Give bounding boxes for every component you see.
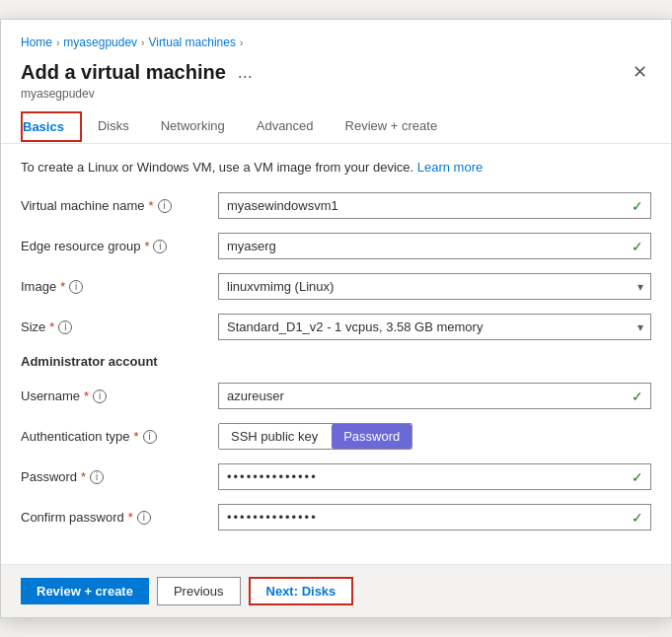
auth-type-info-icon[interactable]: i (143, 430, 157, 444)
required-indicator: * (60, 279, 65, 294)
more-options-button[interactable]: ... (234, 62, 257, 83)
auth-toggle: SSH public key Password (218, 423, 412, 450)
resource-group-row: Edge resource group * i ✓ (21, 233, 651, 259)
username-label: Username * i (21, 389, 218, 403)
required-indicator: * (144, 239, 149, 253)
breadcrumb-chevron-3: › (240, 37, 243, 48)
breadcrumb-chevron-2: › (141, 37, 144, 48)
tabs-container: Basics Disks Networking Advanced Review … (21, 110, 651, 143)
size-select-wrapper: Standard_D1_v2 - 1 vcpus, 3.58 GB memory… (218, 314, 651, 340)
required-indicator: * (81, 469, 86, 484)
size-row: Size * i Standard_D1_v2 - 1 vcpus, 3.58 … (21, 314, 651, 340)
vm-name-control: ✓ (218, 192, 651, 219)
vm-name-input[interactable] (218, 192, 651, 219)
resource-group-check-icon: ✓ (632, 239, 643, 254)
image-label: Image * i (21, 279, 218, 294)
username-control: ✓ (218, 383, 651, 409)
resource-group-label: Edge resource group * i (21, 239, 218, 253)
required-indicator: * (149, 198, 154, 213)
breadcrumb-chevron-1: › (56, 37, 59, 48)
confirm-password-control: ✓ (218, 504, 651, 531)
image-info-icon[interactable]: i (69, 280, 83, 294)
tab-review-create[interactable]: Review + create (330, 110, 454, 143)
tab-networking[interactable]: Networking (145, 110, 241, 143)
image-select[interactable]: linuxvmimg (Linux) (218, 273, 651, 300)
image-select-wrapper: linuxvmimg (Linux) ▾ (218, 273, 651, 300)
vm-name-check-icon: ✓ (632, 198, 643, 214)
title-left: Add a virtual machine ... (21, 61, 257, 84)
review-create-button[interactable]: Review + create (21, 578, 149, 604)
previous-button[interactable]: Previous (157, 577, 241, 605)
title-row: Add a virtual machine ... ✕ (21, 59, 651, 85)
vm-name-row: Virtual machine name * i ✓ (21, 192, 651, 219)
resource-group-control: ✓ (218, 233, 651, 259)
modal-footer: Review + create Previous Next: Disks (1, 564, 671, 617)
modal-header: Home › myasegpudev › Virtual machines › … (1, 20, 671, 144)
resource-group-input[interactable] (218, 233, 651, 259)
next-disks-button[interactable]: Next: Disks (249, 577, 354, 605)
size-info-icon[interactable]: i (58, 320, 72, 334)
confirm-password-check-icon: ✓ (632, 510, 643, 526)
learn-more-link[interactable]: Learn more (417, 160, 483, 175)
password-check-icon: ✓ (632, 469, 643, 485)
modal-body: To create a Linux or Windows VM, use a V… (1, 144, 671, 564)
page-title: Add a virtual machine (21, 61, 226, 84)
tab-basics[interactable]: Basics (21, 111, 82, 142)
subtitle: myasegpudev (21, 87, 651, 101)
admin-section-title: Administrator account (21, 354, 651, 369)
size-label: Size * i (21, 319, 218, 334)
password-button[interactable]: Password (332, 424, 411, 449)
breadcrumb-home[interactable]: Home (21, 35, 52, 49)
username-check-icon: ✓ (632, 389, 643, 404)
tab-advanced[interactable]: Advanced (241, 110, 330, 143)
confirm-password-input[interactable] (218, 504, 651, 531)
vm-name-label: Virtual machine name * i (21, 198, 218, 213)
required-indicator: * (84, 389, 89, 403)
confirm-password-row: Confirm password * i ✓ (21, 504, 651, 531)
confirm-password-info-icon[interactable]: i (137, 511, 151, 525)
password-info-icon[interactable]: i (90, 470, 104, 484)
required-indicator: * (49, 319, 54, 334)
required-indicator: * (134, 429, 139, 444)
add-vm-modal: Home › myasegpudev › Virtual machines › … (0, 19, 672, 618)
username-info-icon[interactable]: i (93, 389, 107, 403)
info-text: To create a Linux or Windows VM, use a V… (21, 160, 651, 175)
confirm-password-label: Confirm password * i (21, 510, 218, 525)
vm-name-info-icon[interactable]: i (158, 199, 172, 213)
password-row: Password * i ✓ (21, 463, 651, 490)
admin-section: Administrator account Username * i ✓ Aut… (21, 354, 651, 531)
image-row: Image * i linuxvmimg (Linux) ▾ (21, 273, 651, 300)
breadcrumb: Home › myasegpudev › Virtual machines › (21, 35, 651, 49)
ssh-key-button[interactable]: SSH public key (219, 424, 330, 449)
breadcrumb-vms[interactable]: Virtual machines (148, 35, 236, 49)
auth-type-row: Authentication type * i SSH public key P… (21, 423, 651, 450)
required-indicator: * (128, 510, 133, 525)
username-input[interactable] (218, 383, 651, 409)
breadcrumb-device[interactable]: myasegpudev (63, 35, 137, 49)
auth-type-label: Authentication type * i (21, 429, 218, 444)
username-row: Username * i ✓ (21, 383, 651, 409)
password-control: ✓ (218, 463, 651, 490)
close-button[interactable]: ✕ (629, 59, 651, 85)
size-select[interactable]: Standard_D1_v2 - 1 vcpus, 3.58 GB memory (218, 314, 651, 340)
tab-disks[interactable]: Disks (82, 110, 145, 143)
resource-group-info-icon[interactable]: i (153, 240, 167, 253)
password-input[interactable] (218, 463, 651, 490)
password-label: Password * i (21, 469, 218, 484)
